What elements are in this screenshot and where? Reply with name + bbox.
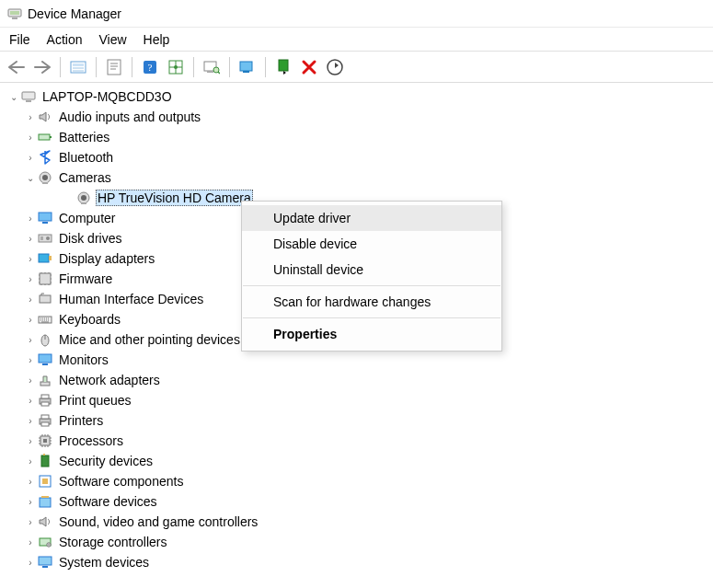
- toolbar-separator: [96, 57, 97, 77]
- disable-device-button[interactable]: [298, 56, 320, 78]
- speaker-icon: [37, 514, 53, 529]
- svg-rect-27: [39, 213, 52, 221]
- ctx-uninstall-device[interactable]: Uninstall device: [242, 257, 501, 282]
- svg-point-56: [48, 544, 50, 546]
- update-driver-button[interactable]: [236, 56, 259, 78]
- tree-category[interactable]: Monitors: [7, 350, 713, 370]
- tree-category[interactable]: Bluetooth: [7, 147, 713, 167]
- display-adapter-icon: [37, 251, 53, 266]
- tree-category-label: Software components: [57, 474, 185, 489]
- svg-rect-58: [42, 566, 48, 568]
- menu-help[interactable]: Help: [144, 32, 170, 47]
- svg-rect-32: [39, 254, 49, 262]
- uninstall-device-button[interactable]: [324, 56, 346, 78]
- ctx-scan-hardware-changes[interactable]: Scan for hardware changes: [242, 289, 501, 315]
- monitor-icon: [37, 211, 53, 225]
- battery-icon: [37, 130, 53, 144]
- expand-toggle[interactable]: [24, 375, 37, 386]
- expand-toggle[interactable]: [24, 456, 37, 467]
- toolbar-separator: [60, 57, 61, 77]
- expand-toggle[interactable]: [24, 497, 37, 507]
- menu-file[interactable]: File: [9, 32, 30, 47]
- expand-toggle[interactable]: [24, 112, 37, 122]
- firmware-icon: [37, 271, 53, 286]
- expand-toggle[interactable]: [24, 133, 37, 143]
- software-component-icon: [37, 474, 53, 489]
- camera-icon: [37, 170, 53, 185]
- toolbar-separator: [229, 57, 230, 77]
- expand-toggle[interactable]: [24, 213, 37, 224]
- tree-category-label: Bluetooth: [57, 150, 115, 165]
- expand-toggle[interactable]: [24, 335, 37, 345]
- svg-rect-26: [81, 202, 86, 204]
- tree-root[interactable]: LAPTOP-MQBCDD3O: [7, 86, 713, 107]
- menu-action[interactable]: Action: [47, 32, 83, 47]
- action-list-button[interactable]: [165, 56, 187, 78]
- menu-view[interactable]: View: [98, 32, 126, 47]
- show-hidden-button[interactable]: [67, 56, 89, 78]
- expand-toggle[interactable]: [24, 436, 37, 446]
- svg-rect-52: [40, 498, 51, 507]
- tree-category[interactable]: Software devices: [7, 491, 713, 512]
- svg-rect-31: [40, 236, 43, 240]
- expand-toggle[interactable]: [24, 294, 37, 305]
- forward-button[interactable]: [31, 56, 53, 78]
- expand-toggle[interactable]: [24, 234, 37, 244]
- ctx-separator: [243, 317, 500, 318]
- tree-category[interactable]: Printers: [7, 410, 713, 431]
- expand-toggle[interactable]: [24, 537, 37, 548]
- enable-device-button[interactable]: [272, 56, 294, 78]
- tree-category[interactable]: Processors: [7, 431, 713, 451]
- device-tree[interactable]: LAPTOP-MQBCDD3O Audio inputs and outputs…: [0, 83, 713, 588]
- expand-toggle[interactable]: [24, 517, 37, 527]
- expand-toggle[interactable]: [24, 396, 37, 406]
- properties-sheet-button[interactable]: [103, 56, 125, 78]
- expand-toggle[interactable]: [24, 558, 37, 568]
- expand-toggle[interactable]: [24, 153, 37, 163]
- expand-toggle[interactable]: [24, 355, 37, 365]
- tree-category[interactable]: System devices: [7, 552, 713, 572]
- network-icon: [37, 373, 53, 387]
- ctx-update-driver[interactable]: Update driver: [242, 205, 501, 231]
- svg-rect-51: [42, 478, 48, 484]
- monitor-icon: [37, 352, 53, 367]
- tree-category[interactable]: Cameras: [7, 167, 713, 188]
- tree-category-label: Cameras: [57, 170, 113, 185]
- svg-rect-48: [43, 439, 47, 443]
- tree-category[interactable]: Sound, video and game controllers: [7, 512, 713, 532]
- svg-rect-11: [207, 71, 213, 73]
- tree-category[interactable]: Storage controllers: [7, 532, 713, 552]
- tree-device-label: HP TrueVision HD Camera: [96, 190, 253, 206]
- expand-toggle[interactable]: [24, 173, 37, 183]
- expand-toggle[interactable]: [24, 274, 37, 284]
- tree-category[interactable]: Print queues: [7, 390, 713, 410]
- ctx-disable-device[interactable]: Disable device: [242, 231, 501, 257]
- tree-category[interactable]: Audio inputs and outputs: [7, 107, 713, 127]
- tree-category-label: Security devices: [57, 454, 155, 468]
- svg-rect-5: [108, 60, 121, 75]
- tree-category[interactable]: Network adapters: [7, 370, 713, 390]
- expand-toggle[interactable]: [24, 315, 37, 325]
- tree-category-label: Display adapters: [57, 251, 156, 266]
- tree-category-label: Computer: [57, 211, 117, 225]
- svg-rect-20: [50, 136, 52, 138]
- tree-category-label: Human Interface Devices: [57, 292, 205, 306]
- toolbar-separator: [265, 57, 266, 77]
- expand-toggle[interactable]: [7, 92, 20, 102]
- tree-category[interactable]: Batteries: [7, 127, 713, 147]
- title-bar: Device Manager: [0, 0, 713, 28]
- menu-bar: File Action View Help: [0, 28, 713, 52]
- scan-hardware-button[interactable]: [201, 56, 223, 78]
- tree-category[interactable]: Software components: [7, 471, 713, 491]
- tree-category[interactable]: Security devices: [7, 451, 713, 471]
- svg-rect-39: [42, 363, 48, 365]
- svg-rect-2: [12, 17, 17, 19]
- expand-toggle[interactable]: [24, 254, 37, 264]
- expand-toggle[interactable]: [24, 416, 37, 426]
- tree-category-label: Print queues: [57, 393, 133, 408]
- help-button[interactable]: ?: [139, 56, 161, 78]
- ctx-properties[interactable]: Properties: [242, 321, 501, 347]
- back-button[interactable]: [6, 56, 28, 78]
- svg-rect-35: [40, 295, 51, 303]
- expand-toggle[interactable]: [24, 477, 37, 487]
